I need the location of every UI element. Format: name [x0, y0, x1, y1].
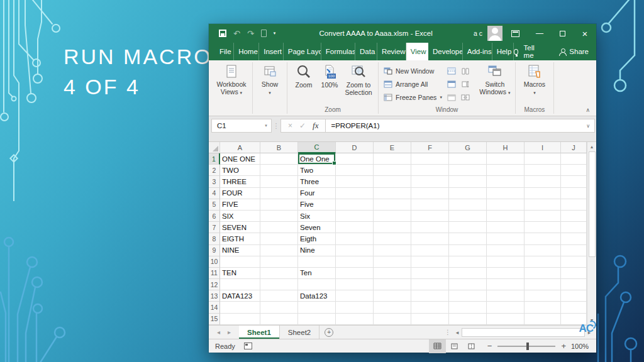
cell-C15[interactable] — [298, 314, 336, 325]
cell-G9[interactable] — [449, 245, 487, 256]
cell-E3[interactable] — [374, 176, 411, 187]
cell-G8[interactable] — [449, 233, 487, 244]
cell-H2[interactable] — [487, 165, 525, 176]
row-header-1[interactable]: 1 — [209, 153, 220, 165]
cell-J12[interactable] — [561, 279, 587, 290]
column-header-G[interactable]: G — [449, 142, 487, 153]
cell-I2[interactable] — [525, 165, 561, 176]
row-header-3[interactable]: 3 — [209, 176, 220, 187]
row-header-14[interactable]: 14 — [209, 302, 220, 313]
cell-D10[interactable] — [336, 256, 374, 268]
cell-J8[interactable] — [561, 233, 587, 244]
zoom-slider-handle[interactable] — [526, 343, 529, 350]
cell-G1[interactable] — [449, 153, 487, 165]
expand-formula-bar-icon[interactable]: ∨ — [586, 123, 594, 129]
tab-develope[interactable]: Develope — [428, 43, 463, 60]
cell-E13[interactable] — [374, 290, 411, 302]
tab-view[interactable]: View — [406, 43, 428, 60]
cell-E10[interactable] — [374, 256, 411, 268]
cell-C5[interactable]: Five — [298, 199, 336, 211]
row-header-5[interactable]: 5 — [209, 199, 220, 211]
cell-J2[interactable] — [561, 165, 587, 176]
tab-formulas[interactable]: Formulas — [321, 43, 355, 60]
cell-H7[interactable] — [487, 222, 525, 233]
cell-C9[interactable]: Nine — [298, 245, 336, 256]
cell-G7[interactable] — [449, 222, 487, 233]
cell-I5[interactable] — [525, 199, 561, 211]
cell-D2[interactable] — [336, 165, 374, 176]
cell-F12[interactable] — [411, 279, 449, 290]
page-break-preview-button[interactable] — [463, 339, 480, 353]
name-box[interactable]: C1 ▾ — [211, 119, 272, 133]
zoom-percentage[interactable]: 100% — [571, 343, 596, 350]
cell-G11[interactable] — [449, 268, 487, 279]
cell-H15[interactable] — [487, 314, 525, 325]
save-icon[interactable] — [219, 30, 226, 37]
cell-G13[interactable] — [449, 290, 487, 302]
cell-E6[interactable] — [374, 211, 411, 222]
cell-B5[interactable] — [260, 199, 298, 211]
cell-J5[interactable] — [561, 199, 587, 211]
tab-add-ins[interactable]: Add-ins — [463, 43, 492, 60]
cell-H6[interactable] — [487, 211, 525, 222]
touch-mode-icon[interactable] — [261, 30, 267, 37]
cell-A8[interactable]: EIGTH — [220, 233, 260, 244]
column-header-J[interactable]: J — [561, 142, 587, 153]
cell-C10[interactable] — [298, 256, 336, 268]
enter-icon[interactable]: ✓ — [299, 122, 306, 129]
column-header-B[interactable]: B — [260, 142, 298, 153]
share-label[interactable]: Share — [569, 48, 589, 55]
column-header-H[interactable]: H — [487, 142, 525, 153]
cell-H11[interactable] — [487, 268, 525, 279]
cell-D7[interactable] — [336, 222, 374, 233]
cell-F11[interactable] — [411, 268, 449, 279]
cell-C12[interactable] — [298, 279, 336, 290]
cell-J13[interactable] — [561, 290, 587, 302]
cell-A9[interactable]: NINE — [220, 245, 260, 256]
hide-button[interactable] — [447, 79, 456, 90]
column-header-I[interactable]: I — [525, 142, 561, 153]
cell-I15[interactable] — [525, 314, 561, 325]
column-header-C[interactable]: C — [298, 142, 336, 153]
cell-C6[interactable]: Six — [298, 211, 336, 222]
cell-C14[interactable] — [298, 302, 336, 313]
cell-B4[interactable] — [260, 188, 298, 199]
cell-F8[interactable] — [411, 233, 449, 244]
cell-H14[interactable] — [487, 302, 525, 313]
undo-icon[interactable]: ↶ — [233, 30, 240, 38]
cell-E11[interactable] — [374, 268, 411, 279]
cell-E1[interactable] — [374, 153, 411, 165]
zoom-to-selection-button[interactable]: Zoom to Selection — [342, 63, 375, 97]
zoom-slider[interactable] — [497, 346, 555, 347]
cell-F10[interactable] — [411, 256, 449, 268]
freeze-panes-button[interactable]: Freeze Panes ▾ — [384, 92, 442, 103]
cell-D8[interactable] — [336, 233, 374, 244]
prev-sheet-icon[interactable]: ◂ — [217, 329, 220, 336]
cell-I10[interactable] — [525, 256, 561, 268]
cell-J14[interactable] — [561, 302, 587, 313]
cell-F5[interactable] — [411, 199, 449, 211]
cell-A2[interactable]: TWO — [220, 165, 260, 176]
cell-J9[interactable] — [561, 245, 587, 256]
cell-A14[interactable] — [220, 302, 260, 313]
close-button[interactable]: × — [574, 24, 596, 43]
cell-E14[interactable] — [374, 302, 411, 313]
cell-C4[interactable]: Four — [298, 188, 336, 199]
cell-B11[interactable] — [260, 268, 298, 279]
cell-B3[interactable] — [260, 176, 298, 187]
cell-I3[interactable] — [525, 176, 561, 187]
cell-F2[interactable] — [411, 165, 449, 176]
cell-A12[interactable] — [220, 279, 260, 290]
cell-I8[interactable] — [525, 233, 561, 244]
cell-J10[interactable] — [561, 256, 587, 268]
cell-A15[interactable] — [220, 314, 260, 325]
cell-B13[interactable] — [260, 290, 298, 302]
cell-A3[interactable]: THREE — [220, 176, 260, 187]
cell-D6[interactable] — [336, 211, 374, 222]
zoom-button[interactable]: Zoom — [291, 63, 317, 89]
cell-F1[interactable] — [411, 153, 449, 165]
horizontal-scrollbar-track[interactable] — [462, 328, 585, 337]
cell-I7[interactable] — [525, 222, 561, 233]
cell-B2[interactable] — [260, 165, 298, 176]
cell-B8[interactable] — [260, 233, 298, 244]
